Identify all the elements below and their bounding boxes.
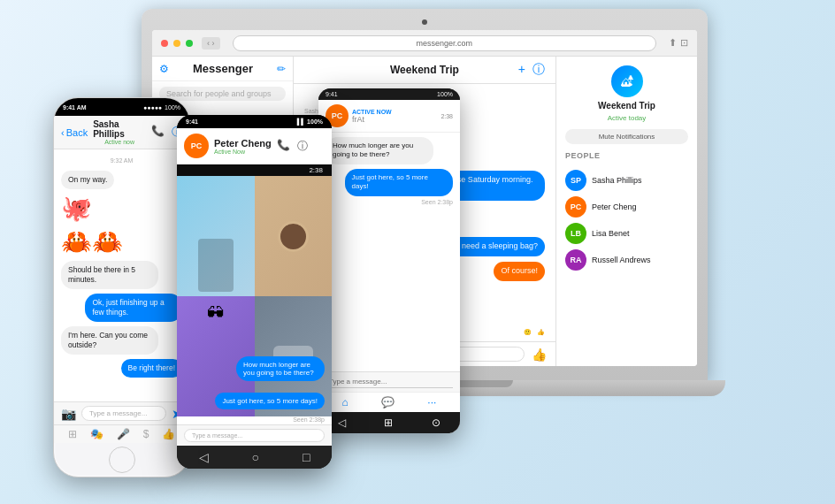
laptop-camera	[422, 19, 427, 25]
maximize-button[interactable]	[186, 40, 193, 47]
android-header: PC Peter Cheng Active Now 📞 ⓘ	[177, 128, 332, 164]
avatar: SP	[565, 170, 586, 191]
group-avatar: 🏕	[611, 65, 643, 97]
browser-chrome: ‹ › messenger.com ⬆ ⊡	[152, 30, 697, 57]
like-icon[interactable]: 👍	[162, 428, 175, 440]
sticker: 🦀🦀	[61, 227, 123, 256]
dollar-icon[interactable]: $	[143, 428, 149, 440]
winphone-input-row	[318, 371, 460, 392]
recents-button[interactable]: □	[303, 450, 310, 464]
back-button[interactable]: ◁	[199, 450, 209, 464]
search-placeholder: Search for people and groups	[166, 89, 272, 98]
url-text: messenger.com	[416, 39, 472, 48]
people-list: SP Sasha Phillips PC Peter Cheng LB Lisa…	[565, 167, 688, 273]
battery-icon: 100%	[165, 104, 180, 111]
message-input[interactable]	[326, 376, 453, 388]
person-name: Lisa Benet	[592, 229, 630, 238]
iphone-status-bar: 9:41 AM ●●●●● 100%	[54, 98, 189, 116]
sidebar-title: Messenger	[193, 62, 253, 75]
person-name: Peter Cheng	[592, 202, 637, 211]
camera-icon[interactable]: 📷	[61, 407, 76, 421]
windows-button[interactable]: ⊞	[384, 416, 393, 429]
list-item: RA Russell Andrews	[565, 247, 688, 273]
back-button[interactable]: ‹ Back	[61, 127, 88, 138]
info-icon[interactable]: ⓘ	[297, 139, 308, 154]
search-box[interactable]: Search for people and groups	[159, 87, 286, 101]
android-phone: 9:41 ▐ ▌ 100% PC Peter Cheng Active Now …	[177, 115, 332, 469]
apps-icon[interactable]: ⊞	[68, 428, 77, 440]
chat-title: Weekend Trip	[331, 64, 518, 76]
back-button[interactable]: ‹ ›	[202, 37, 220, 50]
message-bubble: Ok, just finishing up a few things.	[85, 294, 182, 322]
winphone-header: PC ACTIVE NOW frAt 2:38	[318, 100, 460, 133]
iphone-input-row: 📷 Type a message... ➤	[54, 401, 189, 424]
reaction-icon[interactable]: 🙂	[524, 329, 532, 336]
avatar: PC	[565, 196, 586, 218]
compose-icon[interactable]: ✏	[277, 63, 286, 75]
photo-cell	[177, 176, 255, 296]
message-bubble: On my way.	[61, 171, 114, 189]
minimize-button[interactable]	[173, 40, 180, 47]
seen-text: Seen 2:38p	[177, 416, 332, 424]
photo-coffee	[278, 221, 309, 252]
ellipsis-icon[interactable]: ···	[427, 396, 436, 409]
contact-status: Active Now	[214, 149, 272, 155]
photo-cell	[255, 176, 333, 296]
back-button[interactable]: ◁	[338, 416, 346, 429]
iphone-nav: ‹ Back Sasha Phillips Active now 📞 ⓘ	[54, 116, 189, 149]
message-time: 9:32 AM	[61, 157, 182, 164]
messenger-icon[interactable]: 💬	[381, 396, 395, 409]
sticker: 🐙	[61, 194, 92, 223]
info-icon[interactable]: ⓘ	[532, 62, 545, 78]
message-bubble: Should be there in 5 minutes.	[61, 261, 158, 289]
winphone-bottom-bar: ◁ ⊞ ⊙	[318, 412, 460, 433]
close-button[interactable]	[161, 40, 168, 47]
contact-info: Sasha Phillips Active now	[93, 119, 146, 145]
winphone-bottom-icons: ⌂ 💬 ···	[318, 392, 460, 412]
message-input[interactable]: Type a message...	[81, 406, 166, 421]
search-button[interactable]: ⊙	[432, 416, 440, 429]
iphone-time: 9:41 AM	[63, 104, 87, 111]
seen-text: Seen 2:38p	[421, 199, 453, 205]
iphone: 9:41 AM ●●●●● 100% ‹ Back Sasha Phillips…	[53, 97, 190, 477]
contact-name: Peter Cheng	[214, 138, 272, 149]
contact-status: Active now	[104, 139, 134, 145]
share-icon[interactable]: ⬆	[669, 37, 677, 49]
home-icon[interactable]: ⌂	[342, 396, 349, 409]
android-time: 9:41	[186, 118, 198, 125]
mute-button[interactable]: Mute Notifications	[565, 129, 688, 144]
list-item: SP Sasha Phillips	[565, 167, 688, 194]
add-person-icon[interactable]: +	[518, 62, 525, 78]
phone-icon[interactable]: 📞	[151, 125, 165, 140]
chat-header: Weekend Trip + ⓘ	[294, 57, 555, 84]
message-bubble: How much longer are you going to be ther…	[326, 137, 433, 164]
message-bubble: I'm here. Can you come outside?	[61, 326, 158, 355]
phone-icon[interactable]: 📞	[277, 139, 290, 154]
windows-phone: 9:41 100% PC ACTIVE NOW frAt 2:38 How mu…	[318, 88, 460, 433]
android-status-bar: 9:41 ▐ ▌ 100%	[177, 115, 332, 128]
like-button[interactable]: 👍	[532, 347, 547, 362]
like-icon[interactable]: 👍	[537, 329, 545, 336]
back-label: Back	[66, 127, 88, 138]
url-bar[interactable]: messenger.com	[233, 35, 657, 51]
contact-name: Sasha Phillips	[93, 119, 146, 139]
message-bubble: Of course!	[494, 262, 545, 281]
mic-icon[interactable]: 🎤	[117, 428, 130, 440]
active-label: ACTIVE NOW	[352, 109, 392, 115]
bookmark-icon[interactable]: ⊡	[680, 37, 688, 49]
group-info: 🏕 Weekend Trip Active today	[565, 65, 688, 122]
sticker-icon[interactable]: 🎭	[90, 428, 103, 440]
android-screen: PC Peter Cheng Active Now 📞 ⓘ 2:38 🕶	[177, 128, 332, 469]
avatar: RA	[565, 249, 586, 271]
message-input[interactable]: Type a message...	[184, 429, 325, 442]
person-name: Sasha Phillips	[592, 176, 642, 185]
avatar: PC	[184, 134, 209, 158]
home-button[interactable]: ○	[252, 450, 259, 464]
settings-icon[interactable]: ⚙	[159, 63, 169, 75]
iphone-screen: ‹ Back Sasha Phillips Active now 📞 ⓘ 9:3…	[54, 116, 189, 443]
winphone-battery: 100%	[437, 91, 453, 97]
home-button[interactable]	[109, 447, 135, 473]
message-bubble: How much longer are you going to be ther…	[236, 356, 325, 381]
people-section-title: People	[565, 151, 688, 160]
winphone-time: 9:41	[326, 91, 338, 97]
